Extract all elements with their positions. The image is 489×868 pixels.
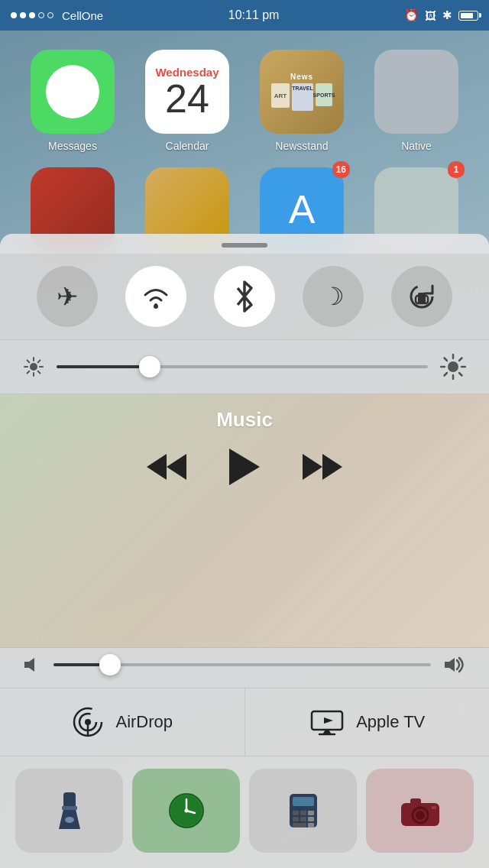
brightness-slider-fill [57, 365, 150, 368]
moon-icon: ☽ [322, 282, 345, 311]
app-calendar-icon[interactable]: Wednesday 24 [145, 50, 229, 134]
rotation-lock-toggle[interactable] [391, 266, 452, 327]
share-section: AirDrop Apple TV [0, 688, 489, 756]
svg-point-4 [30, 363, 37, 371]
wifi-icon [140, 282, 172, 311]
clock-icon [167, 792, 206, 830]
svg-marker-24 [229, 449, 260, 485]
app-native-icon[interactable] [374, 50, 458, 134]
app-messages-icon[interactable] [31, 50, 115, 134]
newsstand-mags: ART TRAVEL SPORTS [271, 83, 332, 111]
control-center: ✈ ☽ [0, 234, 489, 868]
battery-indicator [458, 11, 478, 21]
airdrop-button[interactable]: AirDrop [0, 688, 245, 756]
appletv-button[interactable]: Apple TV [245, 688, 490, 756]
svg-marker-25 [303, 454, 322, 480]
svg-marker-23 [147, 454, 167, 480]
carrier-name: CellOne [62, 9, 103, 22]
drag-handle-bar [222, 243, 267, 248]
rotation-lock-icon [405, 280, 439, 313]
newsstand-mag2: TRAVEL [292, 83, 313, 111]
toggles-section: ✈ ☽ [0, 254, 489, 340]
svg-point-13 [448, 361, 458, 372]
svg-rect-54 [293, 823, 306, 828]
app-calendar-wrap[interactable]: Wednesday 24 Calendar [138, 50, 237, 152]
volume-section [0, 648, 489, 688]
app-messages-wrap[interactable]: Messages [23, 50, 122, 152]
app-calendar-label: Calendar [166, 140, 209, 152]
svg-rect-60 [432, 806, 436, 809]
svg-point-0 [154, 304, 158, 309]
signal-dot-1 [11, 12, 17, 18]
do-not-disturb-toggle[interactable]: ☽ [303, 266, 364, 327]
flashlight-button[interactable] [15, 769, 123, 853]
svg-point-45 [184, 809, 188, 813]
svg-line-12 [28, 371, 30, 374]
bluetooth-status-icon: ✱ [442, 8, 452, 22]
svg-marker-27 [24, 658, 34, 672]
wifi-toggle[interactable] [125, 266, 186, 327]
rewind-button[interactable] [145, 451, 188, 483]
airplane-mode-toggle[interactable]: ✈ [37, 266, 98, 327]
calendar-date: 24 [165, 79, 209, 118]
svg-rect-49 [300, 811, 306, 815]
shortcuts-section [0, 756, 489, 868]
fastforward-button[interactable] [301, 451, 344, 483]
bluetooth-icon [231, 277, 258, 316]
volume-high-icon [443, 656, 466, 674]
appletv-icon [309, 708, 345, 736]
status-right: ⏰ 🖼 ✱ [404, 8, 478, 22]
svg-line-10 [38, 371, 40, 374]
signal-dot-4 [38, 12, 44, 18]
calculator-button[interactable] [249, 769, 357, 853]
clock-button[interactable] [132, 769, 240, 853]
svg-line-18 [445, 358, 448, 361]
app-newsstand-wrap[interactable]: News ART TRAVEL SPORTS Newsstand [252, 50, 351, 152]
status-time: 10:11 pm [228, 8, 280, 22]
svg-marker-28 [445, 658, 455, 672]
airplane-icon: ✈ [57, 281, 78, 312]
app-native-label: Native [401, 140, 432, 152]
signal-dot-5 [47, 12, 53, 18]
app-native-wrap[interactable]: Native [367, 50, 466, 152]
app-row2-3-badge: 16 [332, 161, 350, 178]
camera-icon [400, 794, 441, 828]
app-newsstand-icon[interactable]: News ART TRAVEL SPORTS [260, 50, 344, 134]
svg-line-11 [38, 361, 40, 363]
music-section: Music [0, 394, 489, 648]
volume-slider-track[interactable] [53, 663, 431, 666]
newsstand-news: News [290, 73, 313, 81]
play-button[interactable] [226, 447, 263, 487]
music-controls [145, 439, 344, 494]
drag-handle[interactable] [0, 234, 489, 254]
svg-rect-50 [308, 811, 314, 815]
clock-status-icon: ⏰ [404, 8, 419, 22]
volume-low-icon [23, 656, 41, 674]
battery-body [458, 11, 478, 21]
svg-rect-51 [293, 817, 299, 821]
svg-rect-53 [308, 817, 314, 821]
brightness-slider-thumb[interactable] [139, 356, 160, 377]
messages-bubble-wrap [46, 65, 99, 118]
status-bar: CellOne 10:11 pm ⏰ 🖼 ✱ [0, 0, 489, 31]
battery-fill [461, 13, 473, 18]
brightness-slider-track[interactable] [57, 365, 428, 368]
svg-rect-48 [293, 811, 299, 815]
svg-line-21 [445, 373, 448, 376]
photo-icon: 🖼 [425, 9, 436, 22]
svg-rect-2 [418, 293, 426, 303]
svg-rect-55 [308, 823, 314, 828]
svg-point-58 [416, 811, 425, 820]
app-messages-label: Messages [48, 140, 97, 152]
svg-point-40 [65, 817, 74, 823]
bluetooth-toggle[interactable] [214, 266, 275, 327]
app-row2-4-badge: 1 [448, 161, 465, 178]
camera-button[interactable] [366, 769, 474, 853]
flashlight-icon [56, 791, 83, 831]
svg-rect-39 [62, 806, 77, 810]
brightness-high-icon [440, 354, 466, 380]
volume-slider-thumb[interactable] [99, 654, 121, 675]
messages-bubble [52, 73, 94, 111]
newsstand-mag1: ART [271, 83, 290, 108]
signal-dot-2 [20, 12, 26, 18]
